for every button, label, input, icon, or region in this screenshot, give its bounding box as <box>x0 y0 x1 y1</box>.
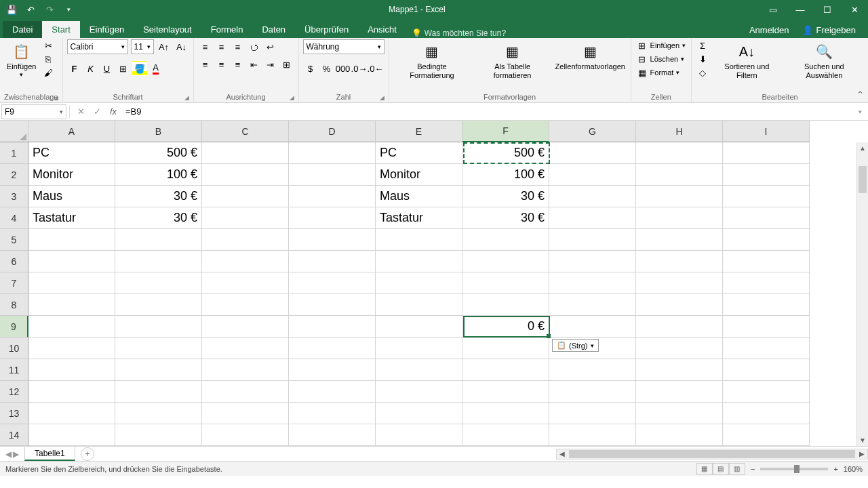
cell[interactable] <box>462 338 549 359</box>
row-header[interactable]: 8 <box>0 294 28 316</box>
row-header[interactable]: 6 <box>0 251 28 272</box>
row-header[interactable]: 4 <box>0 207 28 229</box>
align-middle-button[interactable]: ≡ <box>214 39 229 54</box>
font-name-select[interactable]: Calibri▾ <box>67 39 128 54</box>
cell[interactable] <box>289 229 376 251</box>
cell[interactable]: 500 € <box>462 142 549 164</box>
column-header[interactable]: G <box>549 121 636 142</box>
scroll-down-icon[interactable]: ▼ <box>857 434 868 446</box>
format-as-table-button[interactable]: ▦ Als Tabelle formatieren <box>473 39 551 81</box>
cell[interactable] <box>202 142 289 164</box>
column-header[interactable]: F <box>462 121 549 142</box>
dialog-launcher-icon[interactable]: ◢ <box>380 94 384 101</box>
align-left-button[interactable]: ≡ <box>198 57 213 72</box>
comma-format-button[interactable]: 000 <box>336 61 351 76</box>
confirm-formula-button[interactable]: ✓ <box>89 104 105 119</box>
cell[interactable] <box>115 338 202 359</box>
row-header[interactable]: 11 <box>0 359 28 381</box>
column-header[interactable]: E <box>376 121 462 142</box>
paste-button[interactable]: 📋 Einfügen ▾ <box>4 39 39 79</box>
cell[interactable] <box>289 251 376 272</box>
column-header[interactable]: A <box>28 121 115 142</box>
cell[interactable] <box>549 142 636 164</box>
cell[interactable] <box>636 316 723 338</box>
cell[interactable] <box>289 272 376 294</box>
cell[interactable]: Maus <box>28 186 115 207</box>
fill-color-button[interactable]: 🪣 <box>132 61 147 76</box>
cell[interactable] <box>28 229 115 251</box>
cell[interactable] <box>115 359 202 381</box>
redo-icon[interactable]: ↷ <box>43 3 56 16</box>
row-header[interactable]: 5 <box>0 229 28 251</box>
sort-filter-button[interactable]: A↓ Sortieren und Filtern <box>712 39 782 81</box>
decrease-font-button[interactable]: A↓ <box>174 39 189 54</box>
cell[interactable]: Monitor <box>28 164 115 186</box>
cell[interactable] <box>289 359 376 381</box>
cell[interactable]: 500 € <box>115 142 202 164</box>
cell[interactable]: PC <box>28 142 115 164</box>
cell[interactable] <box>723 207 810 229</box>
cell[interactable] <box>202 424 289 446</box>
cell[interactable] <box>28 272 115 294</box>
fill-button[interactable]: ⬇ <box>696 53 709 65</box>
cell[interactable] <box>636 207 723 229</box>
decrease-decimal-button[interactable]: .0← <box>368 61 383 76</box>
cell[interactable] <box>549 272 636 294</box>
vertical-scrollbar[interactable]: ▲ ▼ <box>856 142 868 446</box>
cell[interactable] <box>115 229 202 251</box>
cell[interactable] <box>723 381 810 403</box>
cell[interactable] <box>376 294 462 316</box>
cancel-formula-button[interactable]: ✕ <box>73 104 89 119</box>
cell[interactable] <box>549 186 636 207</box>
increase-indent-button[interactable]: ⇥ <box>263 57 278 72</box>
dialog-launcher-icon[interactable]: ◢ <box>54 94 58 101</box>
cell[interactable]: 30 € <box>462 207 549 229</box>
cell[interactable] <box>202 381 289 403</box>
name-box[interactable]: F9▾ <box>1 104 66 119</box>
add-sheet-button[interactable]: + <box>81 447 94 461</box>
row-header[interactable]: 9 <box>0 316 28 338</box>
cell[interactable]: 100 € <box>115 164 202 186</box>
number-format-select[interactable]: Währung▾ <box>303 39 384 54</box>
row-header[interactable]: 1 <box>0 142 28 164</box>
cell[interactable] <box>289 424 376 446</box>
cell[interactable] <box>202 359 289 381</box>
cell[interactable]: Monitor <box>376 164 462 186</box>
share-button[interactable]: 👤 Freigeben <box>795 22 863 38</box>
align-center-button[interactable]: ≡ <box>214 57 229 72</box>
cell[interactable] <box>723 424 810 446</box>
cell[interactable] <box>462 359 549 381</box>
cell[interactable] <box>549 359 636 381</box>
cell[interactable] <box>115 294 202 316</box>
accounting-format-button[interactable]: $ <box>303 61 318 76</box>
cell[interactable] <box>723 142 810 164</box>
cell[interactable] <box>636 338 723 359</box>
cell[interactable] <box>549 316 636 338</box>
cell[interactable] <box>723 186 810 207</box>
formula-input[interactable]: =B9 <box>121 106 852 117</box>
conditional-formatting-button[interactable]: ▦ Bedingte Formatierung <box>393 39 471 81</box>
font-size-select[interactable]: 11▾ <box>131 39 154 54</box>
cell[interactable] <box>376 403 462 424</box>
cell[interactable] <box>549 424 636 446</box>
cell[interactable]: 30 € <box>115 186 202 207</box>
cell[interactable] <box>723 294 810 316</box>
tab-view[interactable]: Ansicht <box>358 21 406 38</box>
cell[interactable] <box>636 381 723 403</box>
cell[interactable]: Tastatur <box>28 207 115 229</box>
delete-cells-button[interactable]: ⊟Löschen▾ <box>635 53 687 65</box>
cell[interactable]: 30 € <box>115 207 202 229</box>
cell[interactable] <box>549 294 636 316</box>
copy-button[interactable]: ⎘ <box>41 53 55 65</box>
cell[interactable] <box>202 207 289 229</box>
tab-data[interactable]: Daten <box>252 21 295 38</box>
cell[interactable] <box>28 381 115 403</box>
cell[interactable] <box>202 186 289 207</box>
cell[interactable] <box>723 359 810 381</box>
qat-customize-icon[interactable]: ▾ <box>62 3 75 16</box>
normal-view-button[interactable]: ▦ <box>696 463 713 475</box>
zoom-out-button[interactable]: − <box>751 465 755 473</box>
cell[interactable] <box>376 359 462 381</box>
cell[interactable] <box>115 251 202 272</box>
column-header[interactable]: I <box>723 121 810 142</box>
